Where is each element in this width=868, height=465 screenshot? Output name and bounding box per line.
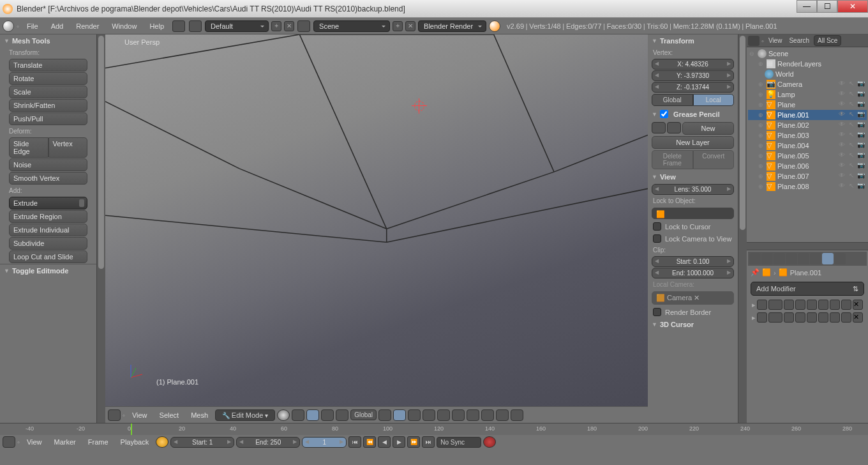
tl-view-menu[interactable]: View (22, 436, 47, 448)
collapse-menus-icon[interactable]: ◦ (123, 411, 125, 419)
edge-select-icon[interactable] (408, 409, 421, 421)
select-menu[interactable]: Select (154, 409, 184, 421)
slide-edge-button[interactable]: Slide Edge (9, 137, 49, 158)
render-opengl-icon[interactable] (496, 409, 509, 421)
visibility-icon[interactable]: 👁 (837, 182, 846, 191)
snap-icon[interactable] (467, 409, 479, 421)
manipulator-scale-icon[interactable] (336, 409, 348, 421)
push-pull-button[interactable]: Push/Pull (9, 112, 87, 125)
tab-render[interactable] (749, 253, 761, 264)
new-layer-button[interactable]: New Layer (652, 136, 734, 149)
mod2-name[interactable] (768, 312, 782, 323)
add-layer-icon[interactable] (667, 122, 681, 133)
npanel-scrollbar[interactable] (738, 34, 747, 423)
lock-object-field[interactable]: 🟧 (652, 208, 734, 219)
snap-element-icon[interactable] (481, 409, 494, 421)
menu-add[interactable]: Add (46, 20, 69, 32)
new-gp-button[interactable]: New (682, 122, 734, 135)
delete-frame-button[interactable]: Delete Frame (652, 150, 693, 169)
render-border-checkbox[interactable] (653, 308, 661, 316)
mod1-name[interactable] (768, 300, 782, 310)
menu-file[interactable]: File (22, 20, 43, 32)
timeline-cursor[interactable] (131, 423, 132, 435)
tree-row-Plane.003[interactable]: ⊕▽Plane.003👁↖📷 (748, 130, 867, 141)
layout-del-button[interactable]: ✕ (284, 21, 294, 31)
scene-browse-icon[interactable] (297, 20, 310, 32)
render-anim-icon[interactable] (511, 409, 523, 421)
grease-checkbox[interactable] (660, 110, 668, 118)
extrude-individual-button[interactable]: Extrude Individual (9, 224, 87, 236)
play-reverse-icon[interactable]: ◀ (378, 436, 391, 448)
visibility-icon[interactable]: 👁 (837, 80, 846, 89)
expand-icon[interactable]: ▸ (752, 314, 756, 322)
screen-layout-dropdown[interactable]: Default (205, 20, 269, 32)
smooth-vertex-button[interactable]: Smooth Vertex (9, 172, 87, 185)
add-modifier-dropdown[interactable]: Add Modifier⇅ (751, 282, 864, 296)
tab-world[interactable] (786, 253, 797, 264)
scale-button[interactable]: Scale (9, 86, 87, 98)
local-toggle[interactable]: Local (693, 94, 735, 106)
viewport-shading-icon[interactable] (277, 409, 290, 421)
tab-object[interactable] (798, 253, 809, 264)
mod1-del-icon[interactable]: ✕ (853, 300, 863, 310)
timeline-ruler[interactable]: -40-200204060801001201401601802002202402… (0, 423, 868, 435)
orientation-dropdown[interactable]: Global (350, 409, 377, 420)
tree-row-Plane.002[interactable]: ⊕▽Plane.002👁↖📷 (748, 120, 867, 130)
tree-row-Plane.001[interactable]: ⊕▽Plane.001👁↖📷 (748, 110, 867, 120)
render-icon[interactable]: 📷 (857, 131, 865, 140)
visibility-icon[interactable]: 👁 (837, 141, 846, 150)
extrude-region-button[interactable]: Extrude Region (9, 210, 87, 223)
render-icon[interactable]: 📷 (857, 182, 865, 191)
visibility-icon[interactable]: 👁 (837, 131, 846, 140)
vertex-z-field[interactable]: Z: -0.13744 (652, 82, 734, 93)
visibility-icon[interactable]: 👁 (837, 111, 846, 119)
layout-prev-icon[interactable] (172, 20, 185, 32)
scene-dropdown[interactable]: Scene (313, 20, 390, 32)
jump-end-icon[interactable]: ⏭ (422, 436, 435, 448)
toggle-editmode-header[interactable]: Toggle Editmode (0, 264, 96, 277)
tab-data[interactable] (834, 253, 846, 264)
select-icon[interactable]: ↖ (847, 141, 856, 150)
render-icon[interactable]: 📷 (857, 162, 865, 171)
keyframe-prev-icon[interactable]: ⏪ (363, 436, 376, 448)
vertex-button[interactable]: Vertex (49, 137, 88, 158)
menu-render[interactable]: Render (71, 20, 104, 32)
vertex-select-icon[interactable] (393, 409, 406, 421)
render-engine-dropdown[interactable]: Blender Render (418, 20, 486, 32)
mod1-icon[interactable] (757, 300, 767, 310)
editor-type-icon[interactable] (3, 20, 14, 32)
pin-icon[interactable]: 📌 (751, 268, 760, 277)
convert-button[interactable]: Convert (693, 150, 735, 169)
rotate-button[interactable]: Rotate (9, 72, 87, 85)
editor-type-3dview-icon[interactable] (108, 409, 121, 421)
mesh-menu[interactable]: Mesh (186, 409, 213, 421)
select-icon[interactable]: ↖ (847, 151, 856, 160)
view-panel-header[interactable]: View (648, 171, 738, 183)
draw-icon[interactable] (652, 122, 666, 133)
select-icon[interactable]: ↖ (847, 111, 856, 119)
manipulator-rotate-icon[interactable] (321, 409, 334, 421)
tree-row-Plane.008[interactable]: ⊕▽Plane.008👁↖📷 (748, 181, 867, 192)
camera-field[interactable]: 🟧 Camera ✕ (652, 291, 734, 305)
proportional-edit-icon[interactable] (452, 409, 465, 421)
tab-scene[interactable] (774, 253, 785, 264)
limit-selection-icon[interactable] (437, 409, 450, 421)
render-icon[interactable]: 📷 (857, 172, 865, 181)
mod1-cage-icon[interactable] (818, 300, 828, 310)
lock-camera-checkbox[interactable] (653, 234, 661, 243)
3d-viewport[interactable]: User Persp (1) Plane.001 (105, 34, 648, 406)
loop-cut-button[interactable]: Loop Cut and Slide (9, 250, 87, 263)
close-button[interactable]: ✕ (837, 0, 868, 13)
keyframe-next-icon[interactable]: ⏩ (407, 436, 420, 448)
visibility-icon[interactable]: 👁 (837, 121, 846, 130)
render-icon[interactable]: 📷 (857, 141, 865, 150)
tree-row-Plane.006[interactable]: ⊕▽Plane.006👁↖📷 (748, 161, 867, 171)
manipulator-translate-icon[interactable] (306, 409, 319, 421)
select-icon[interactable]: ↖ (847, 162, 856, 171)
3d-cursor-header[interactable]: 3D Cursor (648, 318, 738, 331)
layers-icon[interactable] (378, 409, 391, 421)
select-icon[interactable]: ↖ (847, 182, 856, 191)
visibility-icon[interactable]: 👁 (837, 151, 846, 160)
timeline-editor-icon[interactable] (3, 436, 15, 448)
tl-playback-menu[interactable]: Playback (116, 436, 154, 448)
